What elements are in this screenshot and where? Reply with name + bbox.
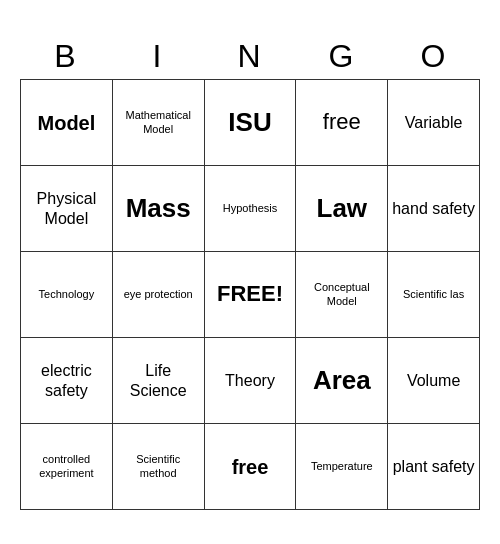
- bingo-cell: Scientific method: [113, 424, 205, 510]
- bingo-cell: controlled experiment: [21, 424, 113, 510]
- bingo-cell: Life Science: [113, 338, 205, 424]
- bingo-grid: ModelMathematical ModelISUfreeVariablePh…: [20, 79, 480, 510]
- bingo-cell: Technology: [21, 252, 113, 338]
- bingo-cell: Mathematical Model: [113, 80, 205, 166]
- bingo-cell: Law: [296, 166, 388, 252]
- header-letter: N: [204, 34, 296, 79]
- bingo-cell: free: [205, 424, 297, 510]
- header-letter: G: [296, 34, 388, 79]
- bingo-cell: Conceptual Model: [296, 252, 388, 338]
- bingo-cell: Variable: [388, 80, 480, 166]
- bingo-cell: eye protection: [113, 252, 205, 338]
- bingo-cell: hand safety: [388, 166, 480, 252]
- bingo-cell: free: [296, 80, 388, 166]
- header-letter: O: [388, 34, 480, 79]
- bingo-cell: Temperature: [296, 424, 388, 510]
- bingo-cell: FREE!: [205, 252, 297, 338]
- bingo-cell: ISU: [205, 80, 297, 166]
- bingo-cell: Theory: [205, 338, 297, 424]
- bingo-header: BINGO: [20, 34, 480, 79]
- bingo-cell: Physical Model: [21, 166, 113, 252]
- bingo-cell: Scientific las: [388, 252, 480, 338]
- bingo-cell: Area: [296, 338, 388, 424]
- bingo-cell: Hypothesis: [205, 166, 297, 252]
- bingo-cell: Volume: [388, 338, 480, 424]
- bingo-card: BINGO ModelMathematical ModelISUfreeVari…: [20, 34, 480, 510]
- bingo-cell: electric safety: [21, 338, 113, 424]
- bingo-cell: plant safety: [388, 424, 480, 510]
- header-letter: B: [20, 34, 112, 79]
- bingo-cell: Mass: [113, 166, 205, 252]
- header-letter: I: [112, 34, 204, 79]
- bingo-cell: Model: [21, 80, 113, 166]
